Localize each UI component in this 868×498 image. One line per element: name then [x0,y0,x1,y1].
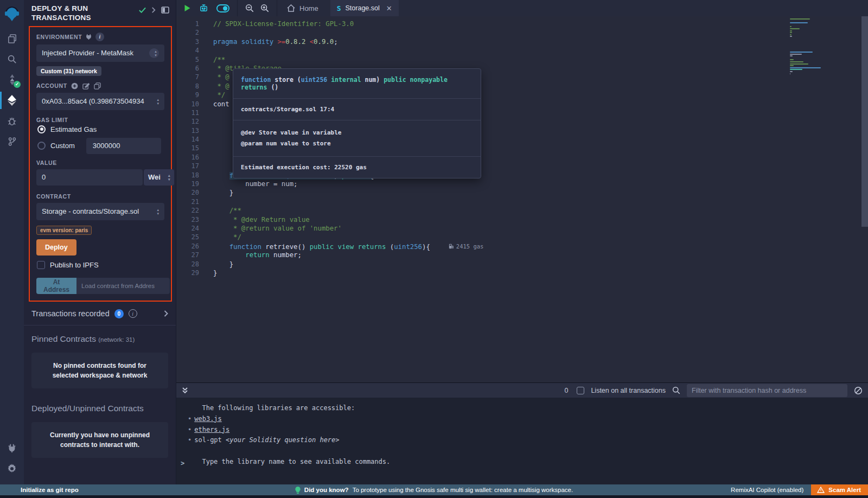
code-line[interactable]: } [213,260,868,269]
radio-selected-icon [37,125,46,133]
code-line[interactable]: * @return value of 'number' [213,224,868,233]
code-line[interactable]: } [213,269,868,277]
pinned-contracts-empty: No pinned contracts found for selected w… [31,353,168,388]
sign-message-icon[interactable] [82,82,90,90]
environment-label: ENVIRONMENT i [36,33,164,41]
chevron-updown-icon: ▴▾ [149,48,159,58]
radio-unselected-icon [37,142,46,150]
clear-console-icon[interactable] [854,386,863,395]
tab-storage-sol[interactable]: S Storage.sol ✕ [330,0,399,16]
code-line[interactable]: return number; [213,251,868,259]
value-unit-select[interactable]: Wei ▴▾ [144,169,174,186]
transactions-info-icon[interactable]: i [129,309,137,318]
gas-estimate-badge: 2415 gas [449,242,484,251]
copilot-status[interactable]: RemixAI Copilot (enabled) [731,487,803,493]
minimap[interactable] [790,18,838,75]
solidity-compiler-icon[interactable]: ✓ [0,69,24,90]
terminal-collapse-icon[interactable] [182,387,188,394]
zoom-out-icon[interactable] [245,4,254,12]
scam-alert-button[interactable]: Scam Alert [811,484,868,495]
account-select[interactable]: 0xA03...85ac4 (0.398673504934 ▴▾ [36,93,164,110]
plugin-manager-icon[interactable] [0,438,24,458]
environment-select[interactable]: Injected Provider - MetaMask ▴▾ [36,44,164,62]
value-input[interactable] [36,169,143,186]
plug-icon[interactable] [86,34,92,40]
tab-home[interactable]: Home [277,0,330,16]
chevron-updown-icon: ▴▾ [168,174,170,181]
file-explorer-icon[interactable] [0,28,24,49]
remixai-assistant-icon[interactable] [199,4,209,13]
lightbulb-icon [295,487,301,494]
code-line[interactable]: /** [213,206,868,215]
network-badge: Custom (31) network [36,66,101,76]
estimated-gas-radio[interactable]: Estimated Gas [37,125,164,133]
code-line[interactable]: number = num; [213,180,868,188]
deployed-contracts-title: Deployed/Unpinned Contracts [24,395,176,416]
settings-icon[interactable] [0,458,24,479]
search-icon[interactable] [0,49,24,69]
evm-version-badge: evm version: paris [36,226,92,235]
publish-to-ipfs-row[interactable]: Publish to IPFS [37,261,164,269]
terminal-header: 0 Listen on all transactions [176,382,868,398]
environment-info-icon[interactable]: i [95,33,104,41]
terminal-tx-count: 0 [564,387,568,394]
code-line[interactable] [213,28,868,37]
git-init-status[interactable]: Initialize as git repo [0,487,79,493]
terminal-lib-link[interactable]: ethers.js [194,426,229,433]
tooltip-gas: Estimated execution cost: 22520 gas [233,157,481,178]
code-line[interactable]: /** [213,55,868,64]
publish-checkbox[interactable] [37,261,45,269]
editor-scrollbar[interactable] [861,16,868,382]
scrollbar-thumb[interactable] [861,16,868,227]
copy-address-icon[interactable] [94,82,101,90]
icon-rail: ✓ [0,0,24,484]
add-account-icon[interactable] [71,82,78,90]
code-line[interactable] [213,197,868,206]
panel-check-icon [139,7,146,13]
pinned-contracts-title: Pinned Contracts (network: 31) [24,325,176,346]
custom-gas-input[interactable] [86,138,161,154]
terminal-lib-link[interactable]: web3.js [194,415,222,423]
terminal-search-icon[interactable] [672,386,680,394]
terminal-prompt[interactable]: > [181,458,184,469]
hover-tooltip: function store (uint256 internal num) pu… [233,68,481,178]
run-script-icon[interactable] [184,4,191,12]
remix-logo[interactable] [0,0,24,28]
custom-gas-radio[interactable]: Custom [37,138,164,154]
copilot-toggle-icon[interactable] [216,4,229,12]
deploy-form-highlight-box: ENVIRONMENT i Injected Provider - MetaMa… [29,26,172,302]
transactions-expand-icon[interactable] [164,310,168,317]
status-bar: Initialize as git repo Did you know? To … [0,484,868,495]
terminal-filter-input[interactable] [687,384,847,397]
transactions-recorded-row[interactable]: Transactions recorded 0 i [24,302,176,325]
code-line[interactable]: } [213,188,868,197]
tooltip-doc: @dev Store value in variable@param num v… [233,120,481,157]
code-line[interactable]: function retrieve() public view returns … [213,242,868,251]
deploy-run-icon[interactable] [0,90,24,111]
code-editor[interactable]: 1234567891011121314151617181920212223242… [176,16,868,382]
code-line[interactable]: */ [213,233,868,241]
terminal-body[interactable]: The following libraries are accessible:•… [176,398,868,484]
transactions-count-badge: 0 [114,309,124,318]
code-line[interactable]: // SPDX-License-Identifier: GPL-3.0 [213,20,868,28]
deployed-contracts-empty: Currently you have no unpinned contracts… [31,422,168,458]
listen-checkbox[interactable] [577,387,584,394]
debugger-icon[interactable] [0,111,24,131]
at-address-button[interactable]: At Address [36,278,76,294]
at-address-input[interactable] [76,278,170,294]
panel-forward-icon[interactable] [151,7,156,13]
editor-gutter: 1234567891011121314151617181920212223242… [176,16,213,382]
account-label: ACCOUNT [36,82,164,90]
panel-title: DEPLOY & RUN TRANSACTIONS [31,4,91,23]
git-icon[interactable] [0,131,24,152]
code-line[interactable]: * @dev Return value [213,215,868,224]
zoom-in-icon[interactable] [260,4,269,12]
code-line[interactable]: pragma solidity >=0.8.2 <0.9.0; [213,37,868,46]
bottom-strip [0,495,868,498]
panel-pin-icon[interactable] [161,7,169,14]
deploy-button[interactable]: Deploy [36,239,76,256]
code-line[interactable] [213,46,868,55]
close-tab-icon[interactable]: ✕ [386,4,392,12]
contract-select[interactable]: Storage - contracts/Storage.sol ▴▾ [36,203,164,220]
chevron-updown-icon: ▴▾ [157,208,159,215]
